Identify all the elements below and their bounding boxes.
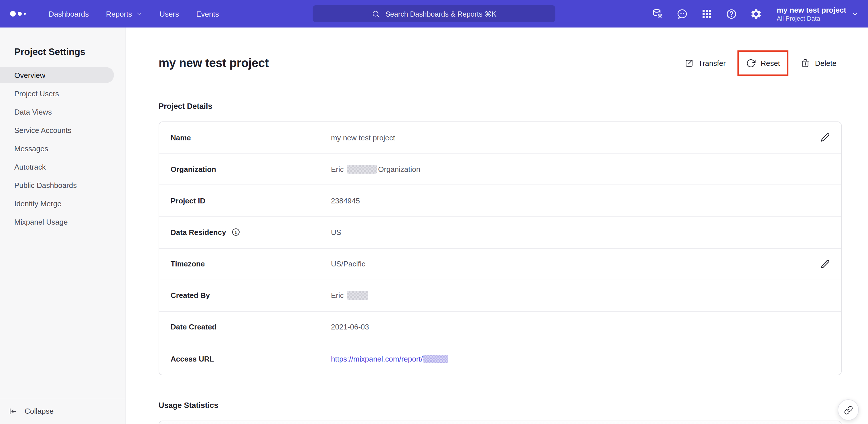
nav-item-events[interactable]: Events bbox=[196, 9, 219, 18]
search-icon bbox=[372, 9, 380, 18]
reset-label: Reset bbox=[761, 59, 780, 67]
row-value: 2384945 bbox=[331, 197, 360, 205]
reset-icon bbox=[746, 58, 756, 68]
detail-row-access-url: Access URL https://mixpanel.com/report/ bbox=[159, 343, 841, 375]
settings-gear-icon[interactable] bbox=[750, 8, 762, 20]
row-value-prefix: Eric bbox=[331, 165, 344, 173]
pencil-icon bbox=[820, 259, 830, 269]
project-details-card: Name my new test project Organization Er… bbox=[159, 121, 842, 375]
nav-item-label: Users bbox=[159, 9, 179, 18]
sidebar: Project Settings Overview Project Users … bbox=[0, 28, 126, 424]
sidebar-item-label: Messages bbox=[14, 144, 49, 153]
search-input[interactable]: Search Dashboards & Reports ⌘K bbox=[313, 5, 555, 22]
row-label: Created By bbox=[170, 291, 210, 300]
project-switcher-name: my new test project bbox=[777, 5, 846, 14]
row-label: Project ID bbox=[170, 197, 205, 205]
detail-row-date-created: Date Created 2021-06-03 bbox=[159, 312, 841, 343]
project-switcher[interactable]: my new test project All Project Data bbox=[777, 5, 859, 22]
row-label: Timezone bbox=[170, 259, 205, 268]
chevron-down-icon bbox=[135, 10, 142, 17]
sidebar-item-service-accounts[interactable]: Service Accounts bbox=[0, 122, 114, 138]
row-value: US bbox=[331, 228, 341, 237]
row-label: Access URL bbox=[170, 355, 214, 363]
help-icon[interactable] bbox=[725, 8, 737, 20]
row-value-prefix: Eric bbox=[331, 291, 344, 300]
nav-item-users[interactable]: Users bbox=[159, 9, 179, 18]
mixpanel-logo[interactable] bbox=[8, 9, 31, 18]
sidebar-item-label: Service Accounts bbox=[14, 126, 71, 134]
collapse-button[interactable]: Collapse bbox=[0, 398, 125, 424]
sidebar-item-label: Data Views bbox=[14, 107, 52, 116]
reset-button[interactable]: Reset bbox=[741, 54, 785, 72]
sidebar-item-data-views[interactable]: Data Views bbox=[0, 104, 114, 120]
sidebar-item-label: Autotrack bbox=[14, 163, 46, 171]
access-url-link[interactable]: https://mixpanel.com/report/ bbox=[331, 355, 423, 363]
redacted-text bbox=[424, 355, 448, 363]
row-value: US/Pacific bbox=[331, 259, 365, 268]
apps-grid-icon[interactable] bbox=[701, 8, 713, 20]
collapse-label: Collapse bbox=[25, 407, 54, 416]
edit-name-button[interactable] bbox=[820, 132, 830, 143]
nav-item-reports[interactable]: Reports bbox=[106, 9, 142, 18]
project-switcher-scope: All Project Data bbox=[777, 14, 846, 22]
main-content: my new test project Transfer bbox=[126, 28, 868, 424]
sidebar-item-label: Identity Merge bbox=[14, 199, 62, 208]
search-placeholder: Search Dashboards & Reports ⌘K bbox=[385, 9, 496, 18]
detail-row-name: Name my new test project bbox=[159, 122, 841, 153]
nav-item-label: Events bbox=[196, 9, 219, 18]
redacted-text bbox=[347, 291, 368, 300]
detail-row-created-by: Created By Eric bbox=[159, 280, 841, 311]
sidebar-item-label: Project Users bbox=[14, 89, 59, 98]
info-icon[interactable]: i bbox=[231, 228, 241, 237]
row-label: Organization bbox=[170, 165, 216, 173]
sidebar-item-mixpanel-usage[interactable]: Mixpanel Usage bbox=[0, 214, 114, 230]
sidebar-item-project-users[interactable]: Project Users bbox=[0, 85, 114, 102]
transfer-button[interactable]: Transfer bbox=[679, 54, 731, 72]
section-heading-usage-statistics: Usage Statistics bbox=[159, 400, 842, 412]
row-value-suffix: Organization bbox=[378, 165, 420, 173]
link-icon bbox=[844, 405, 853, 415]
sidebar-item-label: Overview bbox=[14, 71, 45, 79]
sidebar-item-label: Mixpanel Usage bbox=[14, 218, 68, 226]
row-label: Date Created bbox=[170, 323, 216, 332]
sidebar-item-messages[interactable]: Messages bbox=[0, 140, 114, 157]
feedback-icon[interactable] bbox=[676, 8, 688, 20]
project-actions: Transfer Reset bbox=[679, 50, 842, 76]
collapse-icon bbox=[8, 406, 17, 416]
sidebar-item-public-dashboards[interactable]: Public Dashboards bbox=[0, 177, 114, 193]
row-label: Name bbox=[170, 133, 191, 142]
section-heading-project-details: Project Details bbox=[159, 101, 842, 112]
row-value: my new test project bbox=[331, 133, 395, 142]
nav-item-label: Reports bbox=[106, 9, 132, 18]
nav-item-dashboards[interactable]: Dashboards bbox=[49, 9, 89, 18]
usage-statistics-card bbox=[159, 421, 842, 424]
svg-text:i: i bbox=[235, 230, 237, 235]
sidebar-nav: Overview Project Users Data Views Servic… bbox=[0, 67, 125, 230]
top-nav: Dashboards Reports Users Events Search D… bbox=[0, 0, 868, 28]
row-value: 2021-06-03 bbox=[331, 323, 369, 332]
edit-timezone-button[interactable] bbox=[820, 259, 830, 269]
sidebar-item-label: Public Dashboards bbox=[14, 181, 77, 189]
sidebar-item-overview[interactable]: Overview bbox=[0, 67, 114, 83]
pencil-icon bbox=[820, 132, 830, 143]
detail-row-project-id: Project ID 2384945 bbox=[159, 186, 841, 217]
sidebar-item-autotrack[interactable]: Autotrack bbox=[0, 159, 114, 175]
transfer-label: Transfer bbox=[698, 59, 726, 67]
share-link-button[interactable] bbox=[838, 399, 859, 421]
page: Dashboards Reports Users Events Search D… bbox=[0, 0, 868, 424]
row-label: Data Residency bbox=[170, 228, 226, 237]
delete-label: Delete bbox=[815, 59, 837, 67]
delete-button[interactable]: Delete bbox=[796, 54, 842, 72]
sidebar-title: Project Settings bbox=[14, 47, 125, 57]
trash-icon bbox=[801, 58, 810, 68]
data-management-icon[interactable] bbox=[651, 8, 663, 20]
nav-item-label: Dashboards bbox=[49, 9, 89, 18]
transfer-icon bbox=[684, 58, 694, 68]
detail-row-timezone: Timezone US/Pacific bbox=[159, 248, 841, 280]
sidebar-item-identity-merge[interactable]: Identity Merge bbox=[0, 195, 114, 211]
reset-annotation-box: Reset bbox=[738, 50, 789, 76]
chevron-down-icon bbox=[851, 10, 859, 18]
redacted-text bbox=[347, 165, 377, 173]
detail-row-data-residency: Data Residency i US bbox=[159, 217, 841, 248]
mixpanel-logo-icon bbox=[8, 9, 31, 18]
